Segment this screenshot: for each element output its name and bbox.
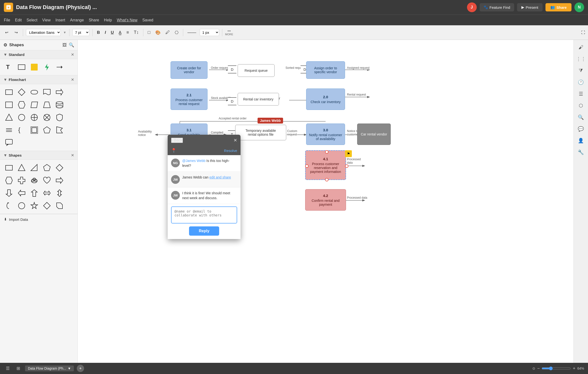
flowchart-rect2[interactable] [3, 99, 15, 110]
shape-diamond[interactable] [41, 200, 52, 211]
right-panel-style-button[interactable]: 🖌 [576, 42, 586, 53]
menu-edit[interactable]: Edit [15, 18, 22, 22]
canvas-area[interactable]: Order request Sorted request Assigned re… [78, 40, 573, 363]
flowchart-crossed-circle[interactable] [41, 112, 52, 123]
flowchart-shield[interactable] [54, 112, 65, 123]
request-queue-node[interactable]: Request queue [238, 64, 274, 77]
underline-button[interactable]: U [109, 30, 115, 35]
shape-curved-arrow[interactable] [3, 200, 15, 211]
comment-back-button[interactable]: ‹ Back [171, 138, 183, 143]
shape-up-down-arrow[interactable] [54, 187, 65, 199]
assign-order-node[interactable]: Assign order tospecific vendor [306, 61, 345, 79]
flowchart-section-close[interactable]: ✕ [71, 77, 74, 82]
line-width-selector[interactable]: 1 px [200, 29, 219, 36]
shape-double-arrow[interactable] [41, 187, 52, 199]
connection-button[interactable]: ⎔ [173, 29, 180, 36]
shape-up-arrow[interactable] [29, 187, 40, 199]
right-panel-shapes2-button[interactable]: ⬡ [576, 100, 586, 111]
comment-reply-button[interactable]: Reply [189, 226, 219, 236]
right-panel-grid-button[interactable]: ⋮⋮ [576, 54, 586, 64]
shape-triangle[interactable] [16, 162, 27, 173]
flowchart-flag[interactable] [54, 124, 65, 136]
shapes-section-close[interactable]: ✕ [71, 153, 74, 158]
flowchart-rect3[interactable] [29, 124, 40, 136]
shape-irregular[interactable] [54, 200, 65, 211]
comment-close-button[interactable]: ✕ [233, 138, 237, 143]
shapes-image-button[interactable]: 🖼 [63, 43, 67, 48]
standard-section-header[interactable]: ▼ Standard ✕ [0, 50, 77, 59]
fill-color-button[interactable]: 🎨 [154, 29, 162, 36]
shape-right-arrow[interactable] [54, 175, 65, 186]
shape-rect[interactable] [3, 162, 15, 173]
car-vendor-node[interactable]: Car rental vendor [357, 123, 391, 145]
bold-button[interactable]: B [95, 30, 101, 35]
list-view-button[interactable]: ☰ [4, 365, 12, 372]
align-button[interactable]: ≡ [125, 29, 130, 35]
flowchart-braces[interactable]: { [16, 124, 27, 136]
node-21[interactable]: 2.1 Process customerrental request [171, 88, 208, 110]
right-panel-wrench-button[interactable]: 🔧 [576, 147, 586, 158]
more-options[interactable]: ••• MORE [225, 29, 233, 36]
menu-view[interactable]: View [42, 18, 51, 22]
flowchart-pentagon[interactable] [41, 124, 52, 136]
shape-hexagon[interactable] [3, 175, 15, 186]
right-panel-comment-button[interactable]: 💬 [576, 123, 586, 134]
menu-help[interactable]: Help [104, 18, 112, 22]
italic-button[interactable]: I [103, 30, 107, 35]
temp-file-node[interactable]: Temporary availablerental options file [235, 125, 286, 140]
zoom-out-button[interactable]: − [537, 366, 540, 371]
flowchart-para[interactable] [29, 99, 40, 110]
right-panel-search-button[interactable]: 🔍 [576, 112, 586, 122]
comment-resolve-button[interactable]: Resolve [224, 149, 237, 153]
menu-whats-new[interactable]: What's New [117, 18, 137, 22]
right-panel-clock-button[interactable]: 🕐 [576, 77, 586, 88]
datastore-d-inventory[interactable]: D [228, 97, 236, 105]
present-button[interactable]: ▶ Present [517, 3, 543, 11]
menu-insert[interactable]: Insert [55, 18, 65, 22]
menu-share[interactable]: Share [89, 18, 99, 22]
right-panel-layers-button[interactable]: ⧩ [576, 65, 586, 76]
rental-inventory-node[interactable]: Rental car inventory [238, 93, 279, 106]
shape-cross[interactable] [16, 175, 27, 186]
node-30[interactable]: 3.0 Notify rental customerof availabilit… [306, 123, 345, 145]
shape-star[interactable] [29, 200, 40, 211]
import-data-button[interactable]: ⬇ Import Data [0, 214, 77, 224]
lightning-shape[interactable] [41, 62, 52, 73]
shape-pentagon[interactable] [41, 162, 52, 173]
create-order-node[interactable]: Create order forvendor [171, 61, 208, 79]
sticky-note-41[interactable]: ⚑ [345, 150, 352, 157]
flowchart-rect[interactable] [3, 87, 15, 98]
standard-section-close[interactable]: ✕ [71, 52, 74, 57]
arrow-shape[interactable] [54, 62, 65, 73]
redo-button[interactable]: ↪ [12, 29, 20, 36]
line-style-button[interactable]: —— [186, 29, 198, 35]
add-page-button[interactable]: + [77, 365, 84, 372]
rect-shape[interactable] [16, 62, 27, 73]
flowchart-section-header[interactable]: ▼ Flowchart ✕ [0, 75, 77, 84]
shape-down-arrow[interactable] [3, 187, 15, 199]
shape-cloud[interactable] [29, 175, 40, 186]
menu-arrange[interactable]: Arrange [70, 18, 84, 22]
shape-circle[interactable] [16, 200, 27, 211]
line-color-button[interactable]: 🖊 [164, 29, 171, 35]
datastore-d-request[interactable]: D [228, 66, 236, 73]
font-color-button[interactable]: A̲ [117, 29, 123, 36]
flowchart-lines[interactable] [3, 124, 15, 136]
shapes-search-button[interactable]: 🔍 [69, 42, 74, 48]
edit-share-link[interactable]: edit and share [210, 175, 231, 179]
flowchart-doc[interactable] [41, 87, 52, 98]
zoom-slider[interactable] [542, 366, 571, 370]
shape-right-triangle[interactable] [29, 162, 40, 173]
flowchart-rounded[interactable] [29, 87, 40, 98]
flowchart-diamond[interactable] [16, 87, 27, 98]
right-panel-user-button[interactable]: 👤 [576, 135, 586, 146]
share-button[interactable]: 👥 Share [546, 3, 571, 11]
shape-left-arrow[interactable] [16, 187, 27, 199]
menu-file[interactable]: File [4, 18, 10, 22]
fullscreen-button[interactable]: ⛶ [581, 30, 585, 35]
undo-button[interactable]: ↩ [3, 29, 10, 36]
flowchart-speech-bubble[interactable] [3, 137, 15, 148]
font-size-selector[interactable]: 7 pt [73, 29, 89, 36]
right-panel-list-button[interactable]: ☰ [576, 88, 586, 99]
shape-rhombus[interactable] [54, 162, 65, 173]
